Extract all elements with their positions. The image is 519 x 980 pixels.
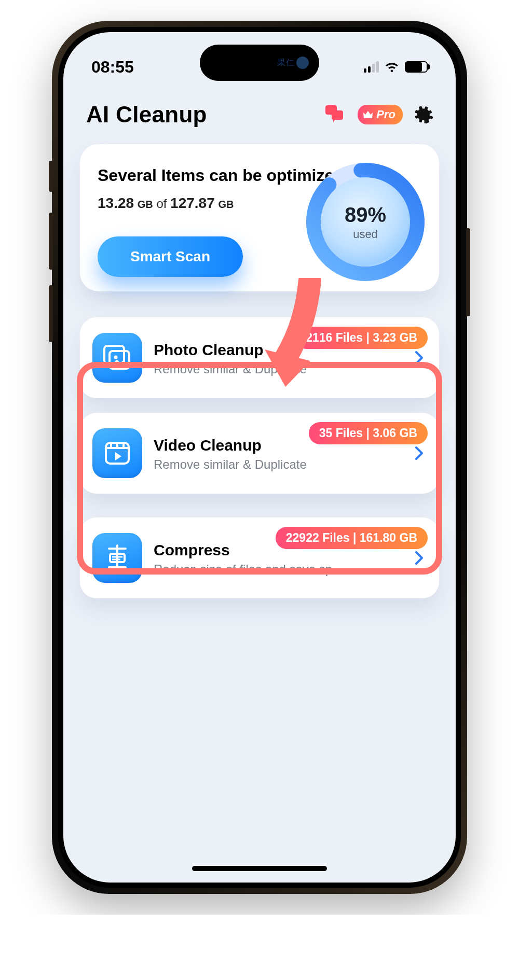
chevron-right-icon (412, 551, 427, 565)
chat-icon[interactable] (324, 105, 345, 124)
ring-percent: 89% (345, 203, 386, 227)
video-badge: 35 Files | 3.06 GB (309, 422, 428, 444)
photo-badge: 2116 Files | 3.23 GB (295, 327, 428, 349)
phone-bezel: 果仁 08:55 (58, 27, 461, 888)
video-desc: Remove similar & Duplicate (154, 457, 412, 472)
settings-gear-icon[interactable] (415, 106, 433, 123)
svg-point-6 (114, 356, 118, 359)
compress-badge: 22922 Files | 161.80 GB (276, 527, 428, 549)
compress-icon (92, 533, 142, 583)
dynamic-island: 果仁 (200, 45, 319, 81)
pro-label: Pro (376, 108, 395, 121)
island-label: 果仁 (277, 58, 294, 68)
screen: 果仁 08:55 (63, 32, 456, 883)
of-word: of (156, 197, 167, 211)
cellular-signal-icon (364, 61, 379, 73)
island-avatar-icon (296, 57, 309, 69)
battery-icon (405, 61, 428, 73)
chevron-right-icon (412, 351, 427, 365)
power-button (466, 228, 470, 316)
status-time: 08:55 (91, 58, 134, 77)
crown-icon (363, 110, 373, 119)
pro-badge[interactable]: Pro (358, 105, 403, 124)
used-unit: GB (138, 199, 153, 210)
total-value: 127.87 (170, 195, 215, 211)
volume-up-button (49, 213, 53, 270)
photo-icon (92, 333, 142, 383)
smart-scan-button[interactable]: Smart Scan (98, 236, 243, 277)
app-title: AI Cleanup (86, 102, 207, 128)
home-indicator[interactable] (192, 866, 327, 871)
used-value: 13.28 (98, 195, 134, 211)
wifi-icon (384, 58, 400, 77)
compress-desc: Reduce size of files and save sp... (154, 562, 412, 577)
volume-down-button (49, 285, 53, 342)
photo-desc: Remove similar & Duplicate (154, 362, 412, 376)
app-header: AI Cleanup (63, 84, 456, 133)
video-icon (92, 428, 142, 478)
svg-rect-1 (332, 110, 343, 120)
content-area: Several Items can be optimized 13.28 GB … (63, 133, 456, 598)
phone-frame: 果仁 08:55 (52, 21, 467, 894)
total-unit: GB (218, 199, 234, 210)
chevron-right-icon (412, 446, 427, 460)
feature-photo-cleanup[interactable]: 2116 Files | 3.23 GB Photo Cleanup Remov… (80, 317, 439, 398)
mute-switch (49, 161, 53, 192)
status-right (364, 58, 428, 77)
ring-used-label: used (353, 228, 378, 241)
storage-ring-chart: 89% used (303, 160, 428, 284)
svg-rect-4 (104, 346, 124, 363)
header-actions: Pro (324, 105, 433, 124)
summary-card: Several Items can be optimized 13.28 GB … (80, 144, 439, 291)
feature-compress[interactable]: 22922 Files | 161.80 GB Compress (80, 517, 439, 598)
feature-video-cleanup[interactable]: 35 Files | 3.06 GB Video Cleanup (80, 413, 439, 494)
